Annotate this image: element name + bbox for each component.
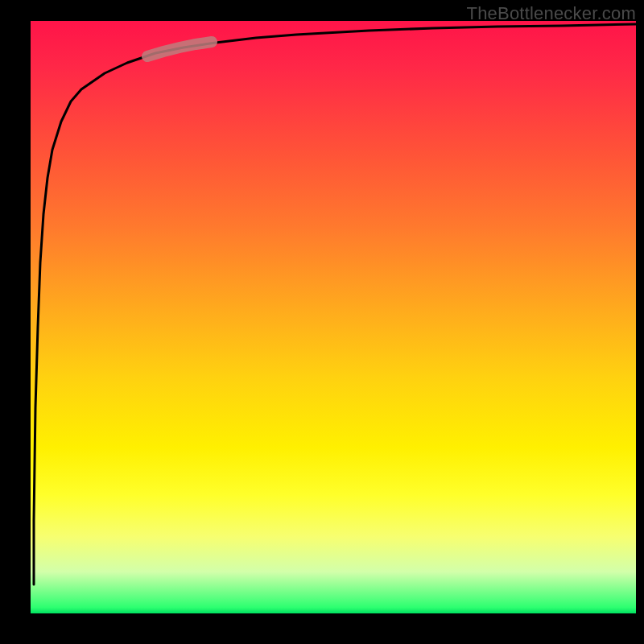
chart-plot-area — [31, 21, 636, 613]
watermark-label: TheBottlenecker.com — [467, 3, 636, 24]
